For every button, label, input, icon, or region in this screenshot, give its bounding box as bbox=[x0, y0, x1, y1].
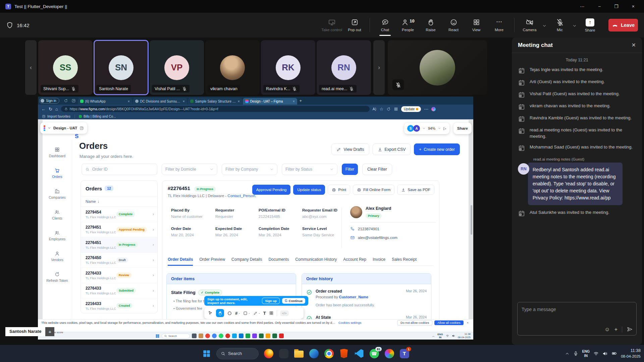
tab-communication-history[interactable]: Communication History bbox=[295, 257, 337, 262]
customer-name-link[interactable]: Customer_Name bbox=[339, 295, 368, 299]
pop-out-button[interactable]: Pop out bbox=[344, 18, 365, 32]
chat-message-input[interactable]: Type a message ☺ + bbox=[517, 302, 637, 336]
app-icon[interactable] bbox=[252, 334, 257, 338]
order-id-search-input[interactable]: Order ID bbox=[82, 164, 157, 175]
camera-button[interactable]: Camera bbox=[519, 18, 540, 32]
app-icon[interactable] bbox=[212, 334, 217, 338]
app-sphere-icon[interactable] bbox=[384, 348, 394, 359]
chevron-down-icon[interactable] bbox=[422, 127, 426, 130]
save-as-pdf-button[interactable]: Save as PDF bbox=[397, 185, 434, 195]
sidebar-item-employees[interactable]: Employees bbox=[43, 230, 72, 251]
send-icon[interactable] bbox=[627, 326, 633, 333]
export-csv-button[interactable]: Export CSV bbox=[373, 143, 411, 155]
brave-icon[interactable] bbox=[339, 348, 349, 359]
update-button[interactable]: Update bbox=[401, 106, 421, 112]
react-button[interactable]: React bbox=[443, 18, 464, 32]
filter-button[interactable]: Filter bbox=[342, 164, 358, 175]
shared-language-indicator[interactable]: ENGIN bbox=[437, 333, 443, 339]
tab-close-icon[interactable]: × bbox=[128, 100, 130, 103]
window-maximize-icon[interactable]: ❐ bbox=[614, 4, 619, 9]
layout-panel-icon[interactable] bbox=[79, 126, 84, 130]
app-icon[interactable] bbox=[205, 334, 210, 338]
wifi-icon[interactable] bbox=[446, 334, 449, 338]
volume-icon[interactable] bbox=[452, 334, 455, 338]
browser-tab-active[interactable]: Design - UAT – Figma × bbox=[243, 98, 297, 105]
sidebar-item-vendors[interactable]: Vendors bbox=[43, 251, 72, 272]
tab-invoice[interactable]: Invoice bbox=[373, 257, 385, 262]
camera-options-chevron-icon[interactable] bbox=[542, 23, 547, 28]
chevron-down-icon[interactable] bbox=[48, 126, 51, 130]
address-bar[interactable]: https://www.figma.com/design/9BKQ0FOHRWa… bbox=[61, 106, 370, 112]
attach-plus-icon[interactable]: + bbox=[614, 326, 618, 333]
clear-filter-button[interactable]: Clear Filter bbox=[362, 164, 392, 175]
people-button[interactable]: 10 People bbox=[397, 18, 418, 32]
favorite-star-icon[interactable]: ☆ bbox=[379, 107, 383, 112]
view-drafts-button[interactable]: View Drafts bbox=[331, 143, 369, 155]
close-icon[interactable]: × bbox=[466, 321, 470, 324]
dev-mode-toggle[interactable]: </> bbox=[280, 310, 289, 316]
window-minimize-icon[interactable]: − bbox=[598, 4, 601, 9]
approval-pending-button[interactable]: Approval Pending bbox=[252, 185, 291, 195]
filter-domicile-select[interactable]: Filter by Domicile bbox=[162, 164, 217, 175]
app-icon[interactable] bbox=[225, 334, 230, 338]
create-new-order-button[interactable]: + Create new order bbox=[414, 143, 460, 155]
view-button[interactable]: View bbox=[466, 18, 487, 32]
tab-documents[interactable]: Documents bbox=[268, 257, 289, 262]
allow-cookies-button[interactable]: Allow all cookies bbox=[434, 320, 463, 325]
collaborator-avatar[interactable]: A bbox=[413, 125, 420, 132]
app-icon[interactable] bbox=[246, 334, 250, 338]
frame-tool[interactable]: #⌄ bbox=[235, 311, 240, 316]
reload-icon[interactable]: ↻ bbox=[49, 107, 52, 112]
taskbar-clock[interactable]: 11:3808-04-2025 bbox=[621, 348, 641, 359]
tab-sales-receipt[interactable]: Sales Receipt bbox=[392, 257, 417, 262]
share-button[interactable]: ↑ Share bbox=[580, 18, 600, 32]
participant-tile[interactable]: RK Ravindra K... bbox=[261, 40, 315, 95]
self-video-tile[interactable] bbox=[388, 40, 487, 95]
import-favorites-button[interactable]: Import favorites bbox=[42, 115, 70, 118]
new-tab-button[interactable]: + bbox=[300, 98, 302, 103]
app-icon[interactable] bbox=[219, 334, 223, 338]
close-chat-icon[interactable]: ✕ bbox=[632, 42, 636, 48]
wifi-icon[interactable] bbox=[593, 351, 599, 356]
leave-button[interactable]: Leave bbox=[608, 19, 638, 32]
chat-button[interactable]: Chat bbox=[375, 18, 395, 32]
taskbar-search[interactable]: Search bbox=[216, 348, 259, 359]
participant-tile[interactable]: vikram chavan bbox=[205, 40, 260, 95]
take-control-button[interactable]: Take control bbox=[321, 18, 342, 32]
figma-share-button[interactable]: Share bbox=[453, 123, 472, 134]
update-status-button[interactable]: Update status bbox=[293, 185, 325, 195]
sidebar-item-dashboard[interactable]: Dashboard bbox=[43, 147, 72, 168]
window-close-icon[interactable]: × bbox=[632, 4, 635, 9]
zoom-level[interactable]: 94% bbox=[428, 126, 435, 130]
resources-tool[interactable] bbox=[269, 311, 274, 315]
text-tool[interactable]: T bbox=[263, 311, 266, 316]
firefox-icon[interactable] bbox=[263, 348, 274, 359]
tab-account-rep[interactable]: Account Rep bbox=[343, 257, 366, 262]
tab-close-icon[interactable]: × bbox=[183, 100, 185, 103]
google-continue-button[interactable]: G Continue bbox=[282, 298, 305, 304]
mic-options-chevron-icon[interactable] bbox=[572, 23, 577, 28]
shape-tool[interactable]: ⌄ bbox=[243, 311, 250, 315]
comment-tool[interactable] bbox=[227, 311, 232, 316]
volume-icon[interactable] bbox=[602, 351, 608, 356]
raise-hand-button[interactable]: Raise bbox=[420, 18, 441, 32]
order-row[interactable]: 2276433TL Flex Holdings LLC Review › bbox=[81, 268, 157, 283]
order-row[interactable]: 2216433TL Flex Holdings LLC Created › bbox=[81, 298, 157, 313]
app-icon[interactable] bbox=[192, 334, 197, 338]
order-row-selected[interactable]: 2276451TL Flex Holdings LLC In Progress … bbox=[81, 237, 157, 253]
participant-tile[interactable]: VP Vishal Patil ... bbox=[150, 40, 204, 95]
tray-mic-icon[interactable] bbox=[573, 351, 578, 356]
tab-close-icon[interactable]: × bbox=[238, 100, 240, 103]
mic-button[interactable]: Mic bbox=[549, 18, 570, 32]
home-icon[interactable]: ⌂ bbox=[55, 107, 58, 112]
app-icon[interactable] bbox=[279, 334, 284, 338]
contact-email[interactable]: alex@vstatefilings.com bbox=[350, 235, 436, 240]
order-row[interactable]: 2276433TL Flex Holdings LLC Submitted › bbox=[81, 283, 157, 299]
browser-tab[interactable]: (6) WhatsApp × bbox=[78, 98, 132, 105]
browser-menu-icon[interactable]: ⋯ bbox=[424, 107, 428, 112]
copilot-icon[interactable] bbox=[431, 107, 436, 111]
back-icon[interactable]: ← bbox=[41, 107, 46, 112]
sidebar-item-refresh-token[interactable]: Refresh Token bbox=[43, 272, 72, 292]
app-icon[interactable] bbox=[272, 334, 277, 338]
move-tool[interactable] bbox=[208, 310, 213, 316]
